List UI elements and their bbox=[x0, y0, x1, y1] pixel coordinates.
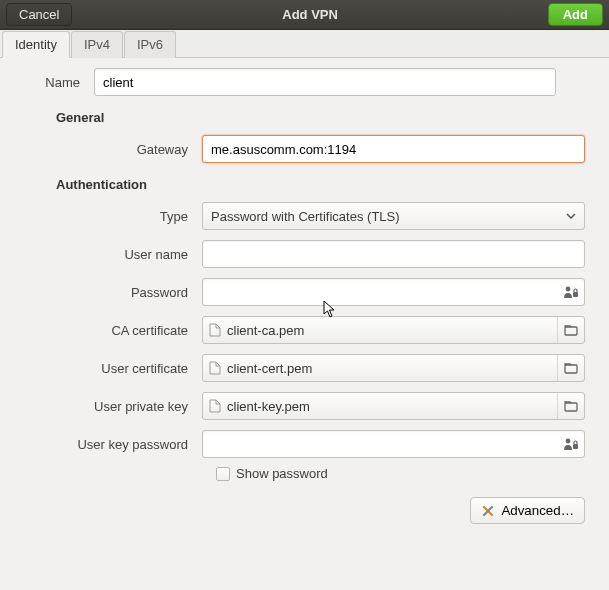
section-general: General bbox=[56, 110, 585, 125]
advanced-button[interactable]: Advanced… bbox=[470, 497, 585, 524]
svg-rect-2 bbox=[565, 327, 577, 335]
name-input[interactable] bbox=[94, 68, 556, 96]
userkey-label: User private key bbox=[24, 399, 202, 414]
usercert-label: User certificate bbox=[24, 361, 202, 376]
gateway-input[interactable] bbox=[202, 135, 585, 163]
file-icon bbox=[203, 361, 227, 375]
svg-rect-3 bbox=[565, 365, 577, 373]
password-input[interactable] bbox=[202, 278, 585, 306]
wrench-icon bbox=[481, 504, 495, 518]
ca-file-name: client-ca.pem bbox=[227, 323, 557, 338]
tab-ipv4[interactable]: IPv4 bbox=[71, 31, 123, 58]
type-value: Password with Certificates (TLS) bbox=[211, 209, 400, 224]
ca-label: CA certificate bbox=[24, 323, 202, 338]
window-title: Add VPN bbox=[72, 7, 547, 22]
usercert-file-name: client-cert.pem bbox=[227, 361, 557, 376]
gateway-label: Gateway bbox=[24, 142, 202, 157]
file-icon bbox=[203, 399, 227, 413]
ca-file-button[interactable]: client-ca.pem bbox=[202, 316, 585, 344]
section-authentication: Authentication bbox=[56, 177, 585, 192]
username-label: User name bbox=[24, 247, 202, 262]
file-icon bbox=[203, 323, 227, 337]
userkeypwd-label: User key password bbox=[24, 437, 202, 452]
tab-ipv6[interactable]: IPv6 bbox=[124, 31, 176, 58]
cancel-button[interactable]: Cancel bbox=[6, 3, 72, 26]
show-password-label: Show password bbox=[236, 466, 328, 481]
type-select[interactable]: Password with Certificates (TLS) bbox=[202, 202, 585, 230]
content-pane: Name General Gateway Authentication Type… bbox=[0, 58, 609, 495]
show-password-checkbox[interactable] bbox=[216, 467, 230, 481]
add-button[interactable]: Add bbox=[548, 3, 603, 26]
titlebar: Cancel Add VPN Add bbox=[0, 0, 609, 30]
advanced-label: Advanced… bbox=[501, 503, 574, 518]
tab-identity[interactable]: Identity bbox=[2, 31, 70, 58]
svg-rect-4 bbox=[565, 403, 577, 411]
open-icon bbox=[557, 355, 584, 381]
userkey-file-button[interactable]: client-key.pem bbox=[202, 392, 585, 420]
tabs: Identity IPv4 IPv6 bbox=[0, 30, 609, 58]
password-label: Password bbox=[24, 285, 202, 300]
name-label: Name bbox=[24, 75, 94, 90]
type-label: Type bbox=[24, 209, 202, 224]
usercert-file-button[interactable]: client-cert.pem bbox=[202, 354, 585, 382]
userkey-file-name: client-key.pem bbox=[227, 399, 557, 414]
open-icon bbox=[557, 393, 584, 419]
open-icon bbox=[557, 317, 584, 343]
chevron-down-icon bbox=[566, 211, 576, 221]
username-input[interactable] bbox=[202, 240, 585, 268]
userkeypwd-input[interactable] bbox=[202, 430, 585, 458]
